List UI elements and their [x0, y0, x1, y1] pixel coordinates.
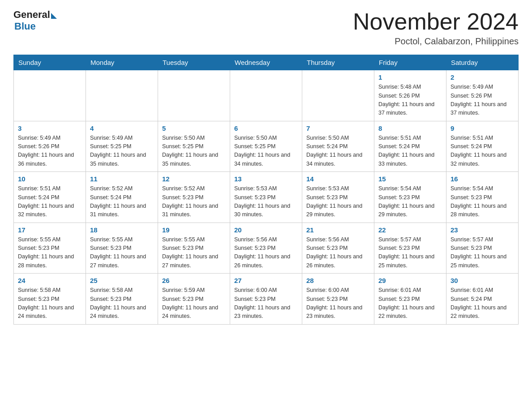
day-number: 29	[378, 277, 442, 284]
calendar-day-cell: 2Sunrise: 5:49 AM Sunset: 5:26 PM Daylig…	[446, 70, 519, 121]
day-number: 21	[306, 226, 370, 234]
day-sun-info: Sunrise: 5:54 AM Sunset: 5:23 PM Dayligh…	[450, 184, 514, 219]
month-year-title: November 2024	[353, 9, 519, 34]
day-number: 1	[378, 73, 442, 81]
calendar-day-cell	[302, 70, 374, 121]
logo-blue-text: Blue	[14, 21, 36, 32]
day-sun-info: Sunrise: 6:00 AM Sunset: 5:23 PM Dayligh…	[306, 286, 370, 321]
day-sun-info: Sunrise: 5:56 AM Sunset: 5:23 PM Dayligh…	[306, 235, 370, 270]
calendar-day-cell: 10Sunrise: 5:51 AM Sunset: 5:24 PM Dayli…	[14, 172, 86, 223]
day-sun-info: Sunrise: 5:59 AM Sunset: 5:23 PM Dayligh…	[162, 286, 226, 321]
title-block: November 2024 Poctol, Calabarzon, Philip…	[353, 9, 519, 47]
day-sun-info: Sunrise: 5:55 AM Sunset: 5:23 PM Dayligh…	[90, 235, 154, 270]
calendar-day-cell: 5Sunrise: 5:50 AM Sunset: 5:25 PM Daylig…	[158, 121, 230, 172]
day-sun-info: Sunrise: 5:50 AM Sunset: 5:25 PM Dayligh…	[162, 134, 226, 169]
calendar-day-cell: 26Sunrise: 5:59 AM Sunset: 5:23 PM Dayli…	[158, 274, 230, 325]
calendar-week-row: 3Sunrise: 5:49 AM Sunset: 5:26 PM Daylig…	[14, 121, 519, 172]
calendar-week-row: 24Sunrise: 5:58 AM Sunset: 5:23 PM Dayli…	[14, 274, 519, 325]
day-sun-info: Sunrise: 6:00 AM Sunset: 5:23 PM Dayligh…	[234, 286, 298, 321]
calendar-day-cell: 6Sunrise: 5:50 AM Sunset: 5:25 PM Daylig…	[230, 121, 302, 172]
day-sun-info: Sunrise: 6:01 AM Sunset: 5:23 PM Dayligh…	[378, 286, 442, 321]
day-of-week-header: Monday	[86, 55, 158, 70]
calendar-day-cell: 11Sunrise: 5:52 AM Sunset: 5:24 PM Dayli…	[86, 172, 158, 223]
day-of-week-header: Sunday	[14, 55, 86, 70]
calendar-day-cell: 1Sunrise: 5:48 AM Sunset: 5:26 PM Daylig…	[374, 70, 446, 121]
day-sun-info: Sunrise: 5:54 AM Sunset: 5:23 PM Dayligh…	[378, 184, 442, 219]
calendar-day-cell: 14Sunrise: 5:53 AM Sunset: 5:23 PM Dayli…	[302, 172, 374, 223]
calendar-day-cell: 18Sunrise: 5:55 AM Sunset: 5:23 PM Dayli…	[86, 223, 158, 274]
calendar-day-cell	[86, 70, 158, 121]
day-number: 4	[90, 124, 154, 132]
calendar-day-cell: 12Sunrise: 5:52 AM Sunset: 5:23 PM Dayli…	[158, 172, 230, 223]
day-number: 12	[162, 175, 226, 183]
calendar-day-cell: 13Sunrise: 5:53 AM Sunset: 5:23 PM Dayli…	[230, 172, 302, 223]
day-number: 19	[162, 226, 226, 234]
calendar-day-cell: 30Sunrise: 6:01 AM Sunset: 5:24 PM Dayli…	[446, 274, 519, 325]
calendar-day-cell: 7Sunrise: 5:50 AM Sunset: 5:24 PM Daylig…	[302, 121, 374, 172]
day-header-row: SundayMondayTuesdayWednesdayThursdayFrid…	[14, 55, 519, 70]
calendar-day-cell: 21Sunrise: 5:56 AM Sunset: 5:23 PM Dayli…	[302, 223, 374, 274]
day-number: 11	[90, 175, 154, 183]
day-of-week-header: Thursday	[302, 55, 374, 70]
calendar-day-cell: 22Sunrise: 5:57 AM Sunset: 5:23 PM Dayli…	[374, 223, 446, 274]
day-sun-info: Sunrise: 5:58 AM Sunset: 5:23 PM Dayligh…	[18, 286, 82, 321]
day-sun-info: Sunrise: 5:49 AM Sunset: 5:26 PM Dayligh…	[18, 134, 82, 169]
day-number: 2	[450, 73, 514, 81]
day-of-week-header: Saturday	[446, 55, 519, 70]
day-number: 6	[234, 124, 298, 132]
calendar-week-row: 10Sunrise: 5:51 AM Sunset: 5:24 PM Dayli…	[14, 172, 519, 223]
day-number: 18	[90, 226, 154, 234]
calendar-day-cell: 8Sunrise: 5:51 AM Sunset: 5:24 PM Daylig…	[374, 121, 446, 172]
day-sun-info: Sunrise: 5:57 AM Sunset: 5:23 PM Dayligh…	[450, 235, 514, 270]
day-sun-info: Sunrise: 5:49 AM Sunset: 5:26 PM Dayligh…	[450, 83, 514, 118]
day-number: 25	[90, 277, 154, 284]
calendar-day-cell: 3Sunrise: 5:49 AM Sunset: 5:26 PM Daylig…	[14, 121, 86, 172]
calendar-day-cell: 27Sunrise: 6:00 AM Sunset: 5:23 PM Dayli…	[230, 274, 302, 325]
day-of-week-header: Friday	[374, 55, 446, 70]
day-sun-info: Sunrise: 6:01 AM Sunset: 5:24 PM Dayligh…	[450, 286, 514, 321]
logo-general-text: General	[13, 9, 50, 21]
calendar-header: SundayMondayTuesdayWednesdayThursdayFrid…	[14, 55, 519, 70]
day-sun-info: Sunrise: 5:55 AM Sunset: 5:23 PM Dayligh…	[162, 235, 226, 270]
calendar-day-cell: 23Sunrise: 5:57 AM Sunset: 5:23 PM Dayli…	[446, 223, 519, 274]
calendar-day-cell	[230, 70, 302, 121]
day-of-week-header: Wednesday	[230, 55, 302, 70]
calendar-day-cell: 25Sunrise: 5:58 AM Sunset: 5:23 PM Dayli…	[86, 274, 158, 325]
day-number: 30	[450, 277, 514, 284]
logo-triangle-icon	[51, 13, 57, 19]
calendar-table: SundayMondayTuesdayWednesdayThursdayFrid…	[13, 55, 519, 325]
calendar-day-cell: 17Sunrise: 5:55 AM Sunset: 5:23 PM Dayli…	[14, 223, 86, 274]
day-number: 22	[378, 226, 442, 234]
day-number: 17	[18, 226, 82, 234]
day-number: 8	[378, 124, 442, 132]
day-sun-info: Sunrise: 5:55 AM Sunset: 5:23 PM Dayligh…	[18, 235, 82, 270]
calendar-day-cell	[158, 70, 230, 121]
day-sun-info: Sunrise: 5:52 AM Sunset: 5:23 PM Dayligh…	[162, 184, 226, 219]
day-number: 3	[18, 124, 82, 132]
day-sun-info: Sunrise: 5:51 AM Sunset: 5:24 PM Dayligh…	[18, 184, 82, 219]
day-number: 24	[18, 277, 82, 284]
calendar-day-cell: 4Sunrise: 5:49 AM Sunset: 5:25 PM Daylig…	[86, 121, 158, 172]
day-of-week-header: Tuesday	[158, 55, 230, 70]
day-sun-info: Sunrise: 5:56 AM Sunset: 5:23 PM Dayligh…	[234, 235, 298, 270]
day-number: 26	[162, 277, 226, 284]
day-sun-info: Sunrise: 5:50 AM Sunset: 5:25 PM Dayligh…	[234, 134, 298, 169]
day-number: 5	[162, 124, 226, 132]
calendar-day-cell: 16Sunrise: 5:54 AM Sunset: 5:23 PM Dayli…	[446, 172, 519, 223]
day-number: 28	[306, 277, 370, 284]
calendar-week-row: 1Sunrise: 5:48 AM Sunset: 5:26 PM Daylig…	[14, 70, 519, 121]
calendar-day-cell: 20Sunrise: 5:56 AM Sunset: 5:23 PM Dayli…	[230, 223, 302, 274]
day-number: 10	[18, 175, 82, 183]
calendar-day-cell: 9Sunrise: 5:51 AM Sunset: 5:24 PM Daylig…	[446, 121, 519, 172]
calendar-day-cell: 24Sunrise: 5:58 AM Sunset: 5:23 PM Dayli…	[14, 274, 86, 325]
day-sun-info: Sunrise: 5:50 AM Sunset: 5:24 PM Dayligh…	[306, 134, 370, 169]
day-sun-info: Sunrise: 5:53 AM Sunset: 5:23 PM Dayligh…	[234, 184, 298, 219]
calendar-day-cell	[14, 70, 86, 121]
logo: General Blue	[13, 9, 57, 32]
day-number: 15	[378, 175, 442, 183]
day-number: 14	[306, 175, 370, 183]
day-sun-info: Sunrise: 5:58 AM Sunset: 5:23 PM Dayligh…	[90, 286, 154, 321]
location-subtitle: Poctol, Calabarzon, Philippines	[353, 36, 519, 47]
day-sun-info: Sunrise: 5:57 AM Sunset: 5:23 PM Dayligh…	[378, 235, 442, 270]
calendar-day-cell: 28Sunrise: 6:00 AM Sunset: 5:23 PM Dayli…	[302, 274, 374, 325]
